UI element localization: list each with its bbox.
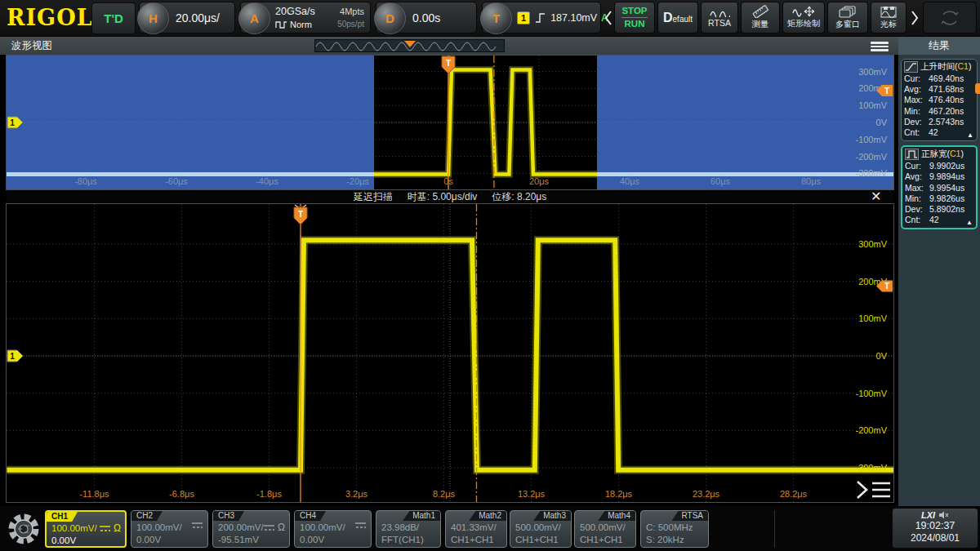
volt-axis-label: -200mV [855,152,887,162]
upper-waveform-plot[interactable]: -80μs-60μs-40μs-20μs0s20μs40μs60μs80μs30… [7,56,893,189]
ch4-scale: 100.00mV/ [300,522,345,532]
rtsa-tab: RTSA [672,511,709,521]
multi-window-button[interactable]: 多窗口 [827,2,868,33]
rect-draw-button[interactable]: 矩形绘制 [782,2,825,33]
channel-box-ch2[interactable]: CH2 100.00mV/ 0.00V [131,510,208,548]
acquire-knob[interactable]: A [238,2,270,34]
volt-axis-label: -100mV [855,389,887,398]
math2-scale: 401.33mV/ [451,522,497,532]
sample-rate: 20GSa/s [275,5,315,18]
rigol-logo: RIGOL [7,5,93,30]
time-axis-label: -80μs [74,176,97,186]
zoom-shade-left[interactable] [7,56,374,189]
toolbar-scroll-right-icon[interactable] [910,9,920,27]
channel-box-ch4[interactable]: CH4 100.00mV/ 0.00V [294,510,372,548]
measure-button[interactable]: 测量 [741,2,780,33]
time-axis-label: 28.2μs [780,489,808,499]
measurement-card-rise-time[interactable]: 上升时间(C1) Cur:469.40nsAvg:471.68nsMax:476… [901,59,978,141]
delayed-timebase: 时基: 5.00μs/div [408,190,478,204]
time-axis-label: 20μs [529,176,550,186]
pulse-width-icon [905,149,919,160]
volt-axis-label: -300mV [855,463,887,473]
ch4-tab: CH4 [295,511,326,521]
ch2-tab: CH2 [131,511,163,521]
measurement-row: Max:9.9954us [905,183,973,193]
delayed-offset: 位移: 8.20μs [492,190,546,204]
main-waveform-window[interactable]: -11.8μs-6.8μs-1.8μs3.2μs8.2μs13.2μs18.2μ… [7,204,893,502]
delay-knob[interactable]: D [374,2,406,34]
delay-position-button[interactable]: D 0.00s [376,2,477,33]
collapse-card-icon[interactable]: ▲ [967,131,973,139]
bottom-status-bar: CH1 100.00mV/ Ω 0.00V CH2 100.00mV/ 0.00… [0,506,980,551]
horizontal-timebase-button[interactable]: H 20.00μs/ [139,2,235,33]
time-axis-label: -20μs [346,176,369,186]
collapse-card-icon[interactable]: ▲ [966,219,973,226]
svg-text:T: T [884,87,889,96]
math4-tab: Math4 [598,511,635,521]
ch3-scale: 200.00mV/ [218,522,264,532]
trigger-settings-button[interactable]: T 1 187.10mV A [482,2,601,33]
impedance-icon: Ω [114,522,121,534]
close-delayed-sweep-icon[interactable]: ✕ [871,189,881,204]
trigger-knob[interactable]: T [480,2,512,34]
stop-run-button[interactable]: STOP RUN [614,2,655,33]
ruler-icon [751,5,770,18]
results-panel-title: 结果 [898,37,980,55]
svg-text:1: 1 [10,352,15,361]
rtsa-button[interactable]: RTSA [701,2,738,33]
math3-box[interactable]: Math3 500.00mV/ CH1+CH1 [510,510,572,548]
time-axis-label: -40μs [256,176,278,186]
channel-box-ch3[interactable]: CH3 200.00mV/ Ω -95.51mV [212,510,290,548]
channel-box-ch1[interactable]: CH1 100.00mV/ Ω 0.00V [45,510,127,548]
math1-box[interactable]: Math1 23.98dB/ FFT(CH1) [376,510,441,548]
dc-coupling-icon [263,524,275,531]
math4-source: CH1+CH1 [580,535,623,544]
system-status-box[interactable]: LXI 19:02:37 2024/08/01 [892,508,978,549]
zoom-shade-right[interactable] [597,56,893,189]
volt-axis-label: -200mV [855,425,887,435]
sample-resolution: 50ps/pt [337,18,364,30]
cursor-button[interactable]: 光标 [871,2,906,33]
measurement-row: Min:467.20ns [904,106,974,117]
ch3-tab: CH3 [213,511,244,521]
horizontal-knob[interactable]: H [137,2,169,34]
ch2-scale: 100.00mV/ [136,522,182,532]
square-wave-icon [275,20,287,29]
trigger-status-button[interactable]: T'D [91,2,136,34]
math4-box[interactable]: Math4 500.00mV/ CH1+CH1 [574,510,636,548]
svg-text:1: 1 [10,118,15,127]
measurement-row: Cnt:42 [904,127,974,138]
time-axis-label: -11.8μs [79,489,109,499]
acquire-button[interactable]: A 20GSa/s Norm 4Mpts 50ps/pt [240,2,371,33]
volt-axis-label: 100mV [858,313,888,323]
upper-waveform-window[interactable]: -80μs-60μs-40μs-20μs0s20μs40μs60μs80μs30… [7,56,893,189]
measurement-row: Avg:9.9894us [905,171,973,182]
default-button[interactable]: Default [657,2,698,33]
time-axis-label: -6.8μs [169,489,194,499]
math2-box[interactable]: Math2 401.33mV/ CH1+CH1 [445,510,507,548]
oscilloscope-screen: RIGOL T'D H 20.00μs/ A 20GSa/s Norm 4Mpt… [0,0,980,551]
settings-gear-button[interactable] [5,510,42,548]
trigger-level-edge-marker[interactable] [975,83,980,94]
rtsa-box[interactable]: RTSA C: 500MHz S: 20kHz [640,510,709,548]
math3-scale: 500.00mV/ [515,522,561,532]
spectrum-icon [709,7,730,17]
stacked-windows-icon [839,6,857,18]
time-axis-label: 13.2μs [518,489,546,499]
volt-axis-label: 0V [876,118,888,127]
measurement-card-pulse-width[interactable]: 正脉宽(C1) Cur:9.9902usAvg:9.9894usMax:9.99… [901,145,978,229]
view-menu-icon[interactable] [871,40,889,52]
volt-axis-label: 100mV [858,100,888,110]
waveform-view-title: 波形视图 [11,39,52,53]
volt-axis-label: 300mV [858,67,888,77]
volt-axis-label: -300mV [855,168,887,178]
speaker-muted-icon [938,511,949,519]
loop-record-button-disabled [923,2,977,33]
measurement-row: Cnt:42 [905,215,973,225]
measurement-row: Cur:469.40ns [904,73,974,84]
toolbar-scroll-left-icon[interactable] [604,9,613,27]
top-toolbar: RIGOL T'D H 20.00μs/ A 20GSa/s Norm 4Mpt… [0,0,980,37]
memory-depth: 4Mpts [337,6,364,18]
timebase-overview-strip[interactable] [314,39,505,52]
main-waveform-plot[interactable]: -11.8μs-6.8μs-1.8μs3.2μs8.2μs13.2μs18.2μ… [7,204,893,502]
